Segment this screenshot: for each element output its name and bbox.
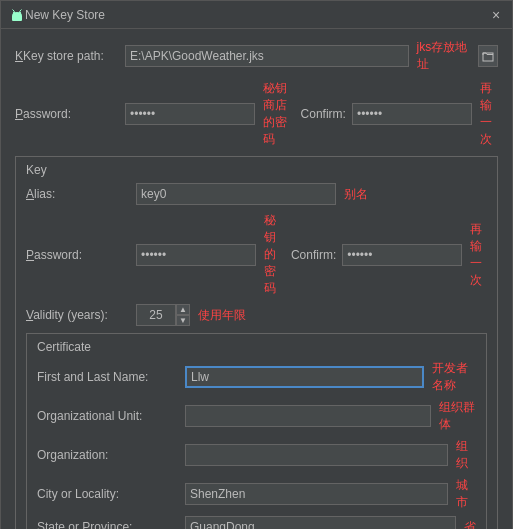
state-row: State or Province: 省 [37,516,476,529]
state-annotation: 省 [464,519,476,530]
keystore-password-label: Password: [15,107,125,121]
keystore-path-input[interactable] [125,45,409,67]
confirm-label-1: Confirm: [301,107,346,121]
key-section-title: Key [26,163,487,177]
close-button[interactable]: × [488,7,504,23]
svg-line-3 [20,9,22,11]
key-confirm-annotation: 再输一次 [470,221,487,289]
keystore-password-input[interactable] [125,103,255,125]
org-annotation: 组织 [456,438,476,472]
key-confirm-input[interactable] [342,244,462,266]
key-section: Key Alias: 别名 Password: 秘钥的密码 Confirm: 再… [15,156,498,529]
org-unit-annotation: 组织群体 [439,399,476,433]
alias-input[interactable] [136,183,336,205]
org-label: Organization: [37,448,185,462]
browse-button[interactable] [478,45,498,67]
org-unit-row: Organizational Unit: 组织群体 [37,399,476,433]
android-icon [9,7,25,23]
keystore-confirm-annotation: 再输一次 [480,80,498,148]
key-password-annotation: 秘钥的密码 [264,212,285,297]
validity-down-button[interactable]: ▼ [176,315,190,326]
keystore-password-annotation: 秘钥商店的密码 [263,80,295,148]
dialog-title: New Key Store [25,8,488,22]
alias-label: Alias: [26,187,136,201]
org-unit-label: Organizational Unit: [37,409,185,423]
keystore-confirm-input[interactable] [352,103,472,125]
validity-spinner: ▲ ▼ [176,304,190,326]
alias-annotation: 别名 [344,186,368,203]
keystore-password-row: Password: 秘钥商店的密码 Confirm: 再输一次 [15,80,498,148]
certificate-title: Certificate [37,340,476,354]
city-label: City or Locality: [37,487,185,501]
state-input[interactable] [185,516,456,529]
validity-annotation: 使用年限 [198,307,246,324]
city-annotation: 城市 [456,477,476,511]
first-last-name-label: First and Last Name: [37,370,185,384]
svg-line-2 [13,9,15,11]
confirm-label-2: Confirm: [291,248,336,262]
key-password-row: Password: 秘钥的密码 Confirm: 再输一次 [26,212,487,297]
first-last-name-input[interactable] [185,366,424,388]
key-password-label: Password: [26,248,136,262]
validity-up-button[interactable]: ▲ [176,304,190,315]
new-key-store-dialog: New Key Store × KKey store path: jks存放地址… [0,0,513,529]
keystore-path-label: KKey store path: [15,49,125,63]
keystore-path-row: KKey store path: jks存放地址 [15,39,498,73]
first-last-name-annotation: 开发者名称 [432,360,476,394]
certificate-section: Certificate First and Last Name: 开发者名称 O… [26,333,487,529]
org-row: Organization: 组织 [37,438,476,472]
validity-row: Validity (years): ▲ ▼ 使用年限 [26,304,487,326]
alias-row: Alias: 别名 [26,183,487,205]
validity-wrapper: ▲ ▼ [136,304,190,326]
keystore-path-annotation: jks存放地址 [417,39,474,73]
dialog-body: KKey store path: jks存放地址 Password: 秘钥商店的… [1,29,512,529]
city-input[interactable] [185,483,448,505]
org-unit-input[interactable] [185,405,431,427]
city-row: City or Locality: 城市 [37,477,476,511]
title-bar: New Key Store × [1,1,512,29]
state-label: State or Province: [37,520,185,529]
validity-label: Validity (years): [26,308,136,322]
validity-input[interactable] [136,304,176,326]
org-input[interactable] [185,444,448,466]
first-last-name-row: First and Last Name: 开发者名称 [37,360,476,394]
key-password-input[interactable] [136,244,256,266]
